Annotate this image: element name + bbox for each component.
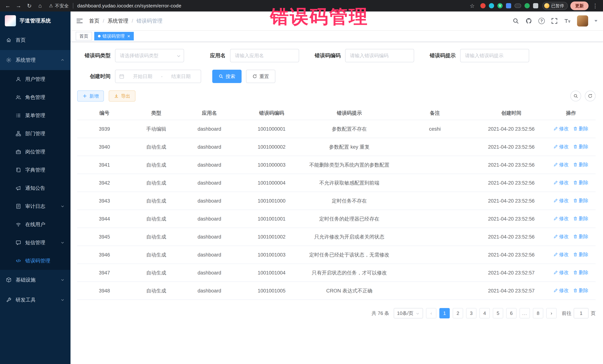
add-button[interactable]: 新增: [77, 90, 104, 101]
edit-link[interactable]: 修改: [554, 251, 569, 258]
sidebar-item-角色管理[interactable]: 角色管理: [0, 88, 70, 106]
extension-icon-leaf[interactable]: [524, 3, 530, 8]
edit-link[interactable]: 修改: [554, 143, 569, 150]
goto-page-input[interactable]: [574, 308, 589, 318]
sidebar-logo[interactable]: 芋道管理系统: [0, 11, 70, 30]
cell-type: 自动生成: [132, 138, 181, 156]
help-icon[interactable]: ?: [538, 18, 545, 24]
url-text[interactable]: dashboard.yudao.iocoder.cn/system/error-…: [77, 3, 181, 9]
sidebar-item-审计日志[interactable]: 审计日志: [0, 197, 70, 215]
delete-link[interactable]: 删除: [573, 179, 588, 186]
sidebar-item-错误码管理[interactable]: 错误码管理: [0, 252, 70, 270]
extension-icon-red[interactable]: [480, 3, 486, 8]
security-indicator[interactable]: ⚠ 不安全: [49, 3, 69, 9]
breadcrumb-home[interactable]: 首页: [89, 17, 99, 24]
delete-link[interactable]: 删除: [573, 197, 588, 204]
edit-link[interactable]: 修改: [554, 233, 569, 240]
edit-link[interactable]: 修改: [554, 215, 569, 222]
search-icon[interactable]: [512, 18, 519, 24]
error-code-input[interactable]: [345, 49, 414, 62]
edit-link[interactable]: 修改: [554, 197, 569, 204]
edit-link[interactable]: 修改: [554, 287, 569, 294]
prev-page-button[interactable]: ‹: [426, 308, 436, 318]
sidebar-item-基础设施[interactable]: 基础设施: [0, 270, 70, 290]
delete-link[interactable]: 删除: [573, 161, 588, 168]
profile-paused-badge[interactable]: 已暂停: [542, 2, 568, 10]
cell-message: 只有开启状态的任务，才可以修改: [305, 264, 393, 282]
delete-link[interactable]: 删除: [573, 251, 588, 258]
toggle-search-button[interactable]: [570, 91, 581, 101]
extension-icon-puzzle[interactable]: [533, 3, 538, 8]
date-range-picker[interactable]: 开始日期 - 结束日期: [115, 70, 201, 83]
bookmark-star-icon[interactable]: ☆: [468, 2, 476, 10]
user-avatar[interactable]: [577, 15, 588, 26]
edit-link[interactable]: 修改: [554, 125, 569, 132]
refresh-table-button[interactable]: [585, 91, 596, 101]
delete-link[interactable]: 删除: [573, 143, 588, 150]
edit-link[interactable]: 修改: [554, 269, 569, 276]
sidebar-item-用户管理[interactable]: 用户管理: [0, 70, 70, 88]
font-size-icon[interactable]: [564, 18, 571, 24]
delete-link[interactable]: 删除: [573, 233, 588, 240]
page-button-8[interactable]: 8: [533, 308, 543, 318]
main-area: 首页 / 系统管理 / 错误码管理 ?: [70, 11, 603, 364]
edit-link[interactable]: 修改: [554, 161, 569, 168]
close-icon[interactable]: ×: [127, 34, 130, 39]
delete-link[interactable]: 删除: [573, 215, 588, 222]
page-button-4[interactable]: 4: [479, 308, 490, 318]
github-icon[interactable]: [525, 18, 532, 24]
sidebar-item-首页[interactable]: 首页: [0, 30, 70, 50]
next-page-button[interactable]: ›: [546, 308, 557, 318]
extension-icon-teal[interactable]: [489, 3, 494, 8]
page-button-1[interactable]: 1: [439, 308, 450, 318]
sidebar-item-研发工具[interactable]: 研发工具: [0, 290, 70, 310]
avatar-caret-icon[interactable]: [594, 20, 597, 22]
home-nav-icon[interactable]: ⌂: [36, 2, 44, 10]
chrome-menu-icon[interactable]: ⋮: [591, 2, 599, 10]
tab-home[interactable]: 首页: [76, 32, 92, 40]
page-button-3[interactable]: 3: [466, 308, 476, 318]
sidebar-item-字典管理[interactable]: 字典管理: [0, 161, 70, 179]
error-hint-input[interactable]: [460, 49, 529, 62]
extension-icon-blue[interactable]: [506, 3, 511, 8]
cell-message: 不允许获取敏感配置到前端: [305, 174, 393, 192]
page-size-select[interactable]: 10条/页: [394, 308, 423, 318]
breadcrumb-system[interactable]: 系统管理: [108, 17, 128, 24]
reload-icon[interactable]: ↻: [25, 2, 33, 10]
chrome-update-button[interactable]: 更新: [570, 1, 589, 10]
sidebar-item-在线用户[interactable]: 在线用户: [0, 215, 70, 233]
reset-button[interactable]: 重置: [246, 70, 275, 83]
hamburger-icon[interactable]: [76, 18, 83, 24]
sidebar-item-岗位管理[interactable]: 岗位管理: [0, 143, 70, 161]
extension-icon-dark-badge[interactable]: [514, 3, 521, 8]
page-button-6[interactable]: 6: [506, 308, 517, 318]
delete-link-label: 删除: [579, 179, 588, 186]
table-row: 3943自动生成dashboard1001001000定时任务不存在2021-0…: [77, 192, 596, 210]
edit-link[interactable]: 修改: [554, 179, 569, 186]
forward-icon[interactable]: →: [14, 2, 23, 10]
sidebar-item-部门管理[interactable]: 部门管理: [0, 124, 70, 143]
delete-link[interactable]: 删除: [573, 125, 588, 132]
export-button[interactable]: 导出: [109, 90, 135, 101]
page-button-2[interactable]: 2: [453, 308, 463, 318]
back-icon[interactable]: ←: [4, 2, 12, 10]
tab-error-code[interactable]: 错误码管理 ×: [94, 32, 134, 40]
sidebar-item-菜单管理[interactable]: 菜单管理: [0, 106, 70, 124]
cell-app: dashboard: [181, 246, 238, 264]
page-button-5[interactable]: 5: [493, 308, 503, 318]
sidebar-item-短信管理[interactable]: 短信管理: [0, 233, 70, 252]
cell-app: dashboard: [181, 264, 238, 282]
divider: [73, 3, 73, 9]
top-navbar: 首页 / 系统管理 / 错误码管理 ?: [70, 11, 603, 31]
sidebar-item-通知公告[interactable]: 通知公告: [0, 179, 70, 197]
app-name-input[interactable]: [230, 49, 299, 62]
cell-code: 1001001002: [238, 228, 305, 246]
fullscreen-icon[interactable]: [551, 18, 558, 24]
delete-link[interactable]: 删除: [573, 269, 588, 276]
delete-link[interactable]: 删除: [573, 287, 588, 294]
pager-ellipsis[interactable]: ...: [520, 308, 530, 318]
search-button[interactable]: 搜索: [212, 70, 242, 83]
error-type-select[interactable]: [115, 49, 184, 62]
extension-icon-green-v[interactable]: V: [498, 3, 503, 8]
sidebar-item-系统管理[interactable]: 系统管理: [0, 50, 70, 70]
